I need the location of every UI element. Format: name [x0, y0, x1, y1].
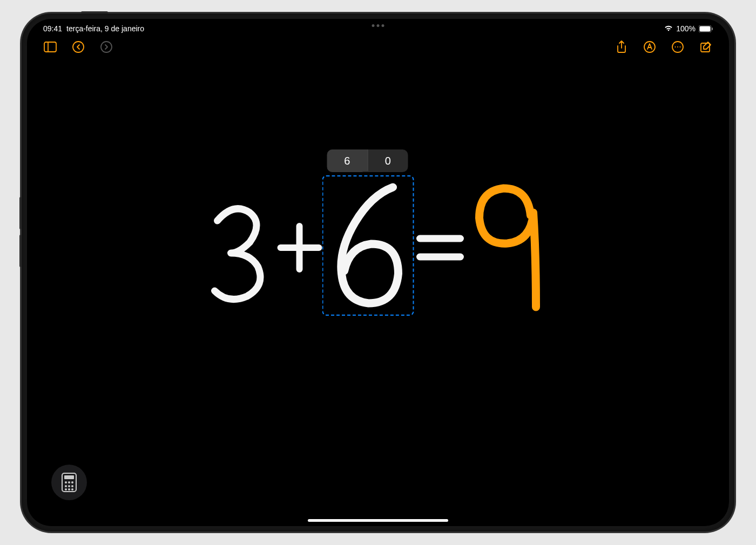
status-bar: 09:41 terça-feira, 9 de janeiro 100%	[27, 19, 729, 35]
battery-icon	[699, 25, 713, 32]
status-date: terça-feira, 9 de janeiro	[66, 24, 144, 33]
calculator-icon	[62, 473, 77, 492]
battery-percent: 100%	[676, 24, 696, 33]
sidebar-toggle-button[interactable]	[43, 40, 57, 54]
svg-point-11	[680, 46, 681, 47]
handwritten-plus	[274, 215, 326, 280]
svg-point-17	[71, 481, 73, 483]
svg-point-9	[675, 46, 676, 47]
handwritten-equals	[412, 221, 469, 275]
more-button[interactable]	[671, 40, 685, 54]
svg-point-19	[68, 485, 70, 487]
character-suggestion-popup: 6 0	[327, 149, 408, 172]
ipad-volume-down	[19, 235, 22, 267]
svg-rect-3	[44, 42, 56, 52]
handwritten-equation: 6 0	[201, 178, 555, 318]
redo-button	[99, 40, 113, 54]
svg-rect-1	[700, 26, 711, 31]
svg-rect-14	[64, 475, 74, 479]
drawing-canvas[interactable]: 6 0	[27, 59, 729, 496]
handwritten-digit-6	[326, 182, 412, 311]
svg-rect-2	[712, 28, 713, 30]
selected-character-container[interactable]: 6 0	[326, 182, 412, 314]
status-left: 09:41 terça-feira, 9 de janeiro	[43, 24, 144, 33]
svg-point-16	[68, 481, 70, 483]
svg-point-10	[677, 46, 678, 47]
new-note-button[interactable]	[699, 40, 713, 54]
share-button[interactable]	[615, 40, 629, 54]
ipad-power-button	[81, 11, 108, 13]
status-right: 100%	[664, 24, 713, 34]
svg-point-22	[68, 488, 70, 491]
svg-point-21	[65, 488, 67, 491]
svg-point-6	[101, 42, 112, 52]
svg-point-20	[71, 485, 73, 487]
svg-point-7	[644, 42, 655, 52]
calculator-mode-button[interactable]	[51, 465, 87, 500]
home-indicator[interactable]	[308, 519, 448, 522]
ipad-device-frame: 09:41 terça-feira, 9 de janeiro 100%	[22, 13, 734, 532]
svg-point-23	[71, 488, 73, 491]
app-toolbar	[27, 35, 729, 59]
svg-point-5	[73, 42, 84, 52]
screen: 09:41 terça-feira, 9 de janeiro 100%	[27, 19, 729, 526]
suggestion-option-1[interactable]: 6	[327, 149, 368, 172]
result-digit-9	[469, 178, 555, 318]
markup-button[interactable]	[643, 40, 657, 54]
wifi-icon	[664, 24, 673, 34]
svg-point-18	[65, 485, 67, 487]
handwritten-digit-3	[201, 186, 274, 310]
suggestion-option-2[interactable]: 0	[368, 149, 408, 172]
svg-point-15	[65, 481, 67, 483]
undo-button[interactable]	[71, 40, 85, 54]
status-time: 09:41	[43, 24, 62, 33]
ipad-volume-up	[19, 197, 22, 229]
multitask-control[interactable]	[372, 24, 384, 27]
